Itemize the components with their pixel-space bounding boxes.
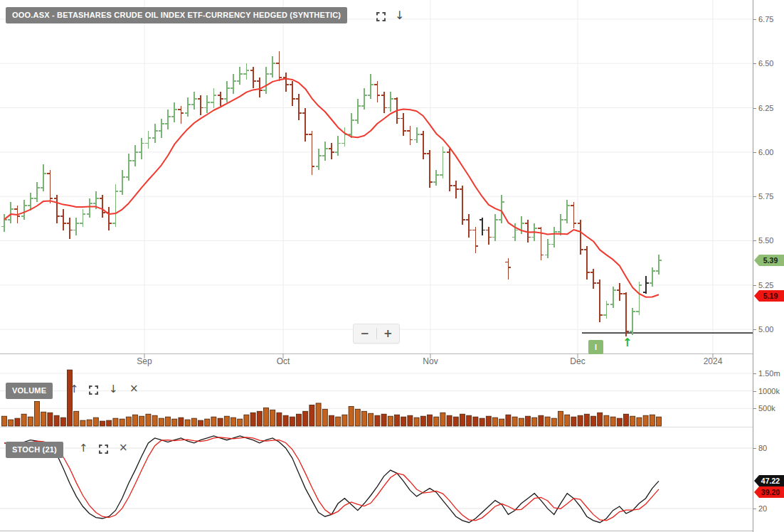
stoch-expand-icon[interactable] [99,445,108,454]
ma-price-tag: 5.19 [754,290,784,302]
axis-label: 6.00 [758,148,773,156]
axis-tick [753,391,756,392]
axis-label: 6.25 [758,104,773,112]
axis-tick [753,509,756,509]
axis-tick [753,329,756,330]
volume-move-down-icon[interactable]: ↓ [109,384,118,395]
time-axis-label: Nov [423,356,438,366]
axis-label: 6.75 [758,15,773,23]
price-series [1,51,662,336]
moving-average-line [4,78,659,297]
price-axis[interactable]: 6.756.506.256.005.755.505.255.001.50m100… [753,0,784,532]
axis-tick [753,448,756,449]
axis-tick [753,285,756,286]
axis-label: 5.75 [758,192,773,201]
move-panel-down-icon[interactable]: ↓ [395,10,404,21]
time-axis-label: 2024 [704,356,723,366]
axis-tick [753,373,756,374]
axis-tick [753,108,756,109]
axis-tick [753,19,756,20]
axis-tick [753,152,756,153]
axis-label: 1000k [758,387,780,395]
zoom-control: − + [353,324,400,344]
axis-label: 5.50 [758,236,773,245]
volume-move-up-icon[interactable]: ↑ [70,384,79,395]
axis-label: 500k [758,404,775,413]
axis-tick [753,408,756,409]
time-axis-label: Sep [137,356,152,366]
interval-badge[interactable]: I [588,340,603,354]
axis-label: 5.25 [758,281,773,289]
axis-label: 80 [758,444,767,452]
axis-tick [753,196,756,197]
stoch-k-tag: 47.22 [754,475,784,486]
last-price-tag: 5.39 [754,255,784,266]
axis-tick [753,63,756,64]
axis-label: 1.50m [758,369,780,378]
axis-label: 5.00 [758,325,773,334]
stoch-d-tag: 39.20 [754,486,784,498]
stoch-move-up-icon[interactable]: ↑ [79,443,88,454]
buy-signal-arrow-icon: ↑ [623,336,632,349]
volume-series [2,370,662,426]
axis-label: 20 [758,504,767,513]
stoch-close-icon[interactable]: × [119,442,128,453]
volume-close-icon[interactable]: × [129,383,139,394]
stoch-panel-badge: STOCH (21) [6,442,63,458]
chart-canvas[interactable] [0,0,753,532]
volume-panel-badge: VOLUME [6,383,53,399]
axis-tick [753,240,756,241]
time-axis-label: Dec [570,356,585,366]
axis-label: 6.50 [758,59,773,68]
zoom-out-button[interactable]: − [354,325,376,342]
volume-expand-icon[interactable] [89,385,98,395]
gridlines [0,0,753,509]
expand-icon[interactable] [376,12,386,21]
time-axis-label: Oct [277,356,290,366]
chart-application: OOO.ASX - BETASHARES CRUDE OIL INDEX ETF… [0,0,784,532]
zoom-in-button[interactable]: + [377,325,400,342]
instrument-title-badge: OOO.ASX - BETASHARES CRUDE OIL INDEX ETF… [6,7,347,23]
